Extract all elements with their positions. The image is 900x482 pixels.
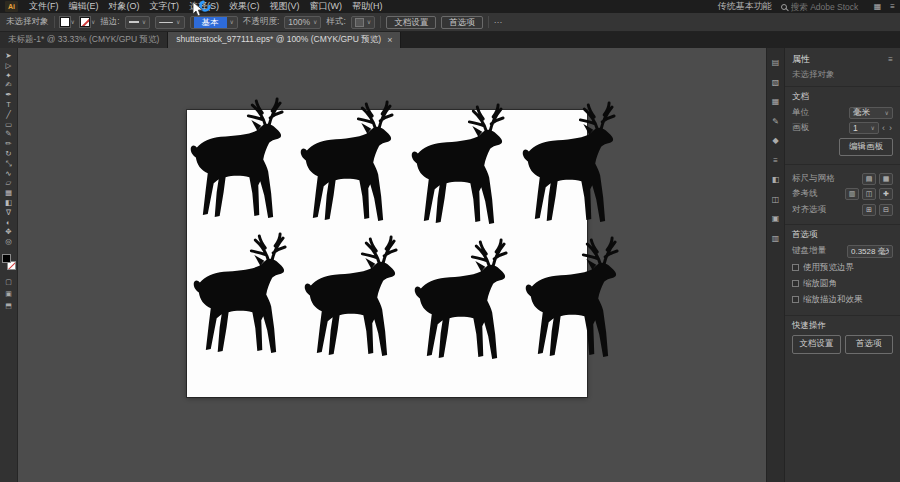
- panel-collapse-icon[interactable]: ≡: [890, 2, 895, 11]
- more-options-icon[interactable]: ⋯: [494, 18, 502, 27]
- menu-item-3[interactable]: 文字(T): [145, 0, 185, 13]
- stroke-swatch[interactable]: [80, 17, 90, 27]
- tab-untitled-1[interactable]: 未标题-1* @ 33.33% (CMYK/GPU 预览): [0, 32, 168, 48]
- artboard-number: 1: [853, 123, 858, 133]
- gradient-panel-icon[interactable]: ◧: [769, 174, 783, 185]
- close-icon[interactable]: ×: [387, 36, 392, 45]
- snap-to-grid-icon[interactable]: ⊞: [862, 204, 876, 216]
- width-tool[interactable]: ∿: [1, 169, 17, 179]
- fill-color-dropdown[interactable]: ∨: [60, 17, 75, 27]
- draw-mode-icons: ▢▣⬒: [5, 278, 12, 310]
- gradient-tool[interactable]: ◧: [1, 198, 17, 208]
- color-panel-icon[interactable]: ▤: [769, 57, 783, 68]
- toolbar-fill-swatch[interactable]: [2, 254, 11, 263]
- menu-item-8[interactable]: 帮助(H): [347, 0, 388, 13]
- mesh-tool[interactable]: ▦: [1, 188, 17, 198]
- menu-items: 文件(F)编辑(E)对象(O)文字(T)选择(S)效果(C)视图(V)窗口(W)…: [24, 0, 388, 13]
- show-rulers-icon[interactable]: ▤: [862, 173, 876, 185]
- magic-wand-tool[interactable]: ✦: [1, 71, 17, 81]
- color-guide-panel-icon[interactable]: ▧: [769, 77, 783, 88]
- document-setup-button[interactable]: 文档设置: [386, 16, 436, 29]
- document-tab-bar: 未标题-1* @ 33.33% (CMYK/GPU 预览) shuttersto…: [0, 32, 900, 48]
- edit-artboards-button[interactable]: 编辑画板: [839, 138, 893, 156]
- paintbrush-tool[interactable]: ✎: [1, 129, 17, 139]
- lasso-tool[interactable]: ✍: [1, 80, 17, 90]
- type-tool[interactable]: T: [1, 100, 17, 110]
- preference-checkbox-0[interactable]: [792, 264, 799, 271]
- chevron-down-icon: ∨: [71, 19, 75, 25]
- rotate-tool[interactable]: ↻: [1, 149, 17, 159]
- show-grid-icon[interactable]: ▦: [879, 173, 893, 185]
- deer-silhouette-7[interactable]: [407, 238, 511, 362]
- menu-item-4[interactable]: 选择(S): [184, 0, 224, 13]
- previous-artboard-icon[interactable]: ‹: [881, 123, 886, 133]
- deer-silhouette-5[interactable]: [186, 232, 290, 356]
- preferences-button[interactable]: 首选项: [441, 16, 483, 29]
- canvas-area[interactable]: [18, 48, 766, 482]
- smart-guides-icon[interactable]: ✚: [879, 188, 893, 200]
- app-grid-icon[interactable]: ▦: [874, 2, 882, 11]
- brushes-panel-icon[interactable]: ✎: [769, 116, 783, 127]
- stroke-color-dropdown[interactable]: ∨: [80, 17, 95, 27]
- opacity-dropdown[interactable]: 100% ∨: [284, 16, 321, 29]
- workspace-switcher[interactable]: 传统基本功能: [718, 0, 772, 13]
- draw-mode-icon-1[interactable]: ▣: [5, 290, 12, 298]
- panel-menu-icon[interactable]: ≡: [888, 55, 893, 64]
- menu-item-6[interactable]: 视图(V): [265, 0, 305, 13]
- menu-item-5[interactable]: 效果(C): [224, 0, 265, 13]
- units-select[interactable]: 毫米 ∨: [849, 107, 893, 119]
- fill-stroke-indicator[interactable]: [2, 254, 16, 270]
- quick-preferences-button[interactable]: 首选项: [845, 335, 894, 354]
- symbols-panel-icon[interactable]: ◆: [769, 135, 783, 146]
- libraries-panel-icon[interactable]: ▥: [769, 233, 783, 244]
- stroke-panel-icon[interactable]: ≡: [769, 155, 783, 166]
- menu-item-7[interactable]: 窗口(W): [305, 0, 348, 13]
- guides-label: 参考线: [792, 188, 818, 200]
- lock-guides-icon[interactable]: ◫: [862, 188, 876, 200]
- menu-item-0[interactable]: 文件(F): [24, 0, 64, 13]
- quick-actions-header: 快速操作: [792, 320, 893, 332]
- zoom-tool[interactable]: ◎: [1, 237, 17, 247]
- quick-document-setup-button[interactable]: 文档设置: [792, 335, 841, 354]
- preference-checkbox-2[interactable]: [792, 296, 799, 303]
- style-dropdown[interactable]: ∨: [351, 16, 375, 29]
- tab-shutterstock-eps[interactable]: shutterstock_977111.eps* @ 100% (CMYK/GP…: [168, 32, 401, 48]
- search-input[interactable]: [791, 2, 865, 12]
- rectangle-tool[interactable]: ▭: [1, 120, 17, 130]
- preference-checkbox-label-1: 缩放圆角: [803, 278, 837, 290]
- draw-mode-icon-0[interactable]: ▢: [5, 278, 12, 286]
- menu-item-2[interactable]: 对象(O): [104, 0, 145, 13]
- direct-selection-tool[interactable]: ▷: [1, 61, 17, 71]
- show-guides-icon[interactable]: ▥: [845, 188, 859, 200]
- draw-mode-icon-2[interactable]: ⬒: [5, 302, 12, 310]
- stroke-weight-dropdown[interactable]: ∨: [125, 16, 150, 29]
- swatches-panel-icon[interactable]: ▦: [769, 96, 783, 107]
- variable-width-dropdown[interactable]: ∨: [155, 16, 184, 29]
- deer-silhouette-2[interactable]: [293, 100, 397, 224]
- hand-tool[interactable]: ✥: [1, 227, 17, 237]
- preference-checkbox-1[interactable]: [792, 280, 799, 287]
- selection-tool[interactable]: ➤: [1, 51, 17, 61]
- deer-silhouette-6[interactable]: [297, 235, 401, 359]
- pencil-tool[interactable]: ✏: [1, 139, 17, 149]
- line-segment-tool[interactable]: ╱: [1, 110, 17, 120]
- layers-panel-icon[interactable]: ▣: [769, 213, 783, 224]
- brush-definition-dropdown[interactable]: 基本 ∨: [190, 16, 238, 29]
- blend-tool[interactable]: ◐: [1, 218, 17, 228]
- eyedropper-tool[interactable]: ∇: [1, 208, 17, 218]
- fill-swatch[interactable]: [60, 17, 70, 27]
- properties-panel: 属性 ≡ 未选择对象 文档 单位 毫米 ∨ 画板 1 ∨ ‹: [784, 48, 900, 482]
- menu-item-1[interactable]: 编辑(E): [64, 0, 104, 13]
- deer-silhouette-3[interactable]: [404, 103, 508, 227]
- keyboard-increment-input[interactable]: [847, 245, 893, 258]
- next-artboard-icon[interactable]: ›: [888, 123, 893, 133]
- scale-tool[interactable]: ⤡: [1, 159, 17, 169]
- snap-to-point-icon[interactable]: ⊟: [879, 204, 893, 216]
- deer-silhouette-4[interactable]: [515, 101, 619, 225]
- pen-tool[interactable]: ✒: [1, 90, 17, 100]
- artboard-select[interactable]: 1 ∨: [849, 122, 879, 134]
- free-transform-tool[interactable]: ▱: [1, 178, 17, 188]
- transparency-panel-icon[interactable]: ◫: [769, 194, 783, 205]
- deer-silhouette-8[interactable]: [518, 236, 622, 360]
- deer-silhouette-1[interactable]: [183, 97, 287, 221]
